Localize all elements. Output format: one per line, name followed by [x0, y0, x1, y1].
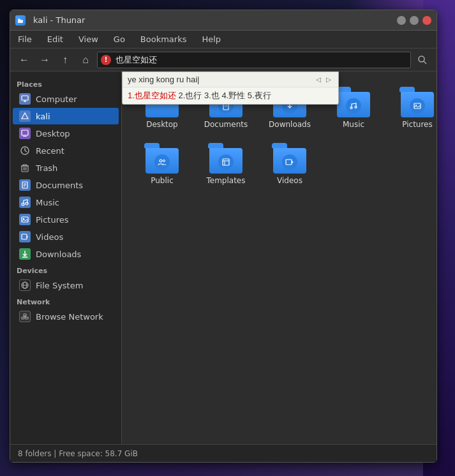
browse-network-icon [19, 311, 31, 322]
search-button[interactable] [414, 51, 431, 69]
filesystem-label: File System [36, 281, 83, 290]
folder-icon-public [144, 143, 180, 174]
svg-rect-8 [22, 130, 28, 135]
address-bar-wrapper: ! [97, 52, 411, 68]
menu-edit[interactable]: Edit [45, 33, 66, 45]
browse-network-label: Browse Network [36, 312, 103, 322]
documents-icon [19, 179, 31, 191]
svg-rect-4 [22, 96, 28, 100]
titlebar: kali - Thunar [10, 10, 436, 31]
sidebar-item-computer[interactable]: Computer [13, 91, 119, 107]
autocomplete-suggestion[interactable]: 1.也星空如还 2.也行 3.也 4.野性 5.夜行 [123, 87, 338, 104]
sidebar-item-filesystem[interactable]: File System [13, 277, 119, 294]
file-item-templates[interactable]: Templates [197, 139, 255, 189]
documents-label: Documents [36, 181, 83, 190]
kali-icon [19, 110, 31, 122]
toolbar: ← → ↑ ⌂ ! [10, 48, 436, 71]
videos-icon [19, 231, 31, 242]
file-item-pictures[interactable]: Pictures [389, 83, 436, 133]
file-label-videos: Videos [277, 176, 302, 185]
svg-rect-34 [22, 317, 24, 319]
autocomplete-input-row: ye xing kong ru hai| ◁ ▷ [123, 72, 338, 87]
folder-icon-pictures [399, 87, 435, 117]
music-label: Music [36, 198, 59, 207]
svg-rect-9 [23, 136, 27, 137]
autocomplete-right-arrow[interactable]: ▷ [324, 75, 333, 84]
menu-go[interactable]: Go [111, 33, 128, 45]
autocomplete-left-arrow[interactable]: ◁ [314, 75, 323, 84]
sidebar-item-trash[interactable]: Trash [13, 160, 119, 176]
svg-rect-35 [26, 317, 28, 319]
svg-point-23 [22, 203, 24, 205]
autocomplete-dropdown: ye xing kong ru hai| ◁ ▷ 1.也星空如还 2.也行 3.… [122, 71, 339, 105]
svg-line-12 [25, 151, 27, 152]
suggestion-highlight: 1.也星空如还 [128, 91, 176, 100]
titlebar-left: kali - Thunar [15, 15, 85, 26]
menu-bookmarks[interactable]: Bookmarks [138, 33, 190, 45]
svg-point-24 [26, 202, 28, 205]
folder-icon-videos [272, 143, 308, 174]
back-button[interactable]: ← [15, 51, 33, 69]
file-label-templates: Templates [206, 176, 245, 185]
recent-icon [19, 145, 31, 156]
recent-label: Recent [36, 146, 64, 156]
app-icon [15, 15, 26, 26]
menu-help[interactable]: Help [199, 33, 223, 45]
menubar: File Edit View Go Bookmarks Help [10, 31, 436, 48]
svg-marker-7 [22, 113, 28, 119]
downloads-icon [19, 248, 31, 260]
close-button[interactable] [422, 16, 431, 25]
sidebar-item-desktop[interactable]: Desktop [13, 125, 119, 142]
sidebar-item-recent[interactable]: Recent [13, 142, 119, 159]
file-item-videos[interactable]: Videos [261, 139, 318, 189]
menu-view[interactable]: View [76, 33, 101, 45]
up-button[interactable]: ↑ [56, 51, 74, 69]
file-label-desktop: Desktop [146, 120, 178, 129]
file-item-public[interactable]: Public [133, 139, 191, 189]
sidebar-item-documents[interactable]: Documents [13, 177, 119, 193]
svg-rect-27 [22, 234, 27, 239]
svg-line-3 [424, 61, 426, 64]
address-input[interactable] [97, 52, 411, 68]
sidebar-item-downloads[interactable]: Downloads [13, 246, 119, 262]
sidebar-item-videos[interactable]: Videos [13, 228, 119, 245]
file-label-music: Music [343, 120, 364, 129]
videos-label: Videos [36, 232, 63, 242]
forward-button[interactable]: → [36, 51, 54, 69]
titlebar-controls [397, 16, 431, 25]
statusbar-text: 8 folders | Free space: 58.7 GiB [18, 449, 138, 458]
sidebar-item-music[interactable]: Music [13, 194, 119, 211]
sidebar-item-browse-network[interactable]: Browse Network [13, 308, 119, 325]
menu-file[interactable]: File [15, 33, 34, 45]
desktop-icon [19, 128, 31, 139]
toolbar-wrapper: ← → ↑ ⌂ ! ye xing kong ru hai| ◁ ▷ [10, 48, 436, 71]
pictures-icon [19, 214, 31, 225]
svg-marker-54 [292, 161, 294, 163]
address-error-icon: ! [101, 55, 111, 65]
main-window: kali - Thunar File Edit View Go Bookmark… [10, 10, 437, 463]
computer-icon [19, 93, 31, 105]
file-label-documents: Documents [204, 120, 248, 129]
file-label-pictures: Pictures [402, 120, 433, 129]
svg-point-49 [163, 160, 165, 162]
sidebar-item-pictures[interactable]: Pictures [13, 211, 119, 228]
sidebar-item-kali[interactable]: kali [13, 108, 119, 124]
network-label: Network [10, 294, 121, 308]
maximize-button[interactable] [410, 16, 419, 25]
computer-label: Computer [36, 94, 77, 104]
minimize-button[interactable] [397, 16, 406, 25]
home-button[interactable]: ⌂ [77, 51, 94, 69]
kali-label: kali [36, 112, 50, 121]
statusbar: 8 folders | Free space: 58.7 GiB [10, 444, 436, 462]
svg-point-48 [160, 160, 162, 162]
trash-icon [19, 162, 31, 174]
main-content: Places Computer kali Desktop [10, 71, 436, 444]
autocomplete-input-text: ye xing kong ru hai| [128, 75, 314, 84]
pictures-label: Pictures [36, 215, 68, 225]
music-icon [19, 197, 31, 208]
desktop-label: Desktop [36, 129, 70, 138]
svg-rect-50 [223, 159, 229, 165]
places-label: Places [10, 77, 121, 90]
svg-rect-1 [18, 19, 20, 20]
autocomplete-arrows: ◁ ▷ [314, 75, 333, 84]
